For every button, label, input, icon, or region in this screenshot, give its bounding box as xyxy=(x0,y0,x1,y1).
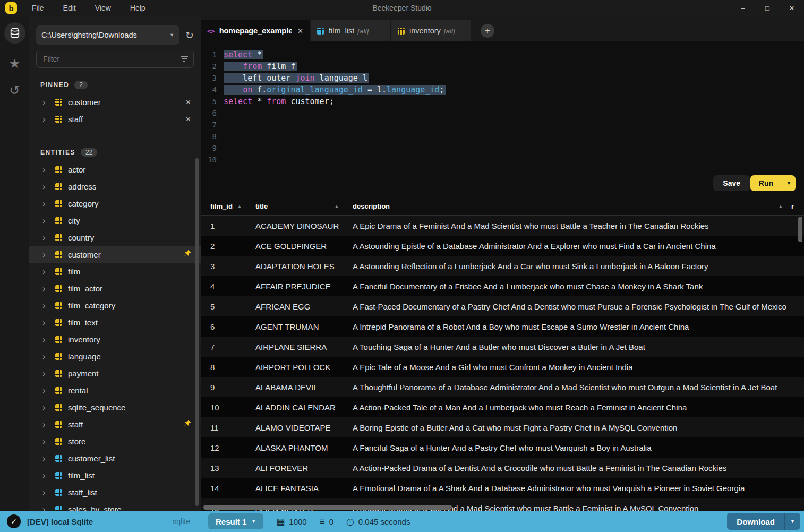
favorites-star-icon[interactable]: ★ xyxy=(9,57,21,70)
chevron-right-icon[interactable]: › xyxy=(42,233,51,242)
menu-item-edit[interactable]: Edit xyxy=(63,4,76,12)
column-header-title[interactable]: title▲ xyxy=(255,202,353,210)
chevron-right-icon[interactable]: › xyxy=(42,420,51,429)
menu-item-view[interactable]: View xyxy=(95,4,111,12)
sidebar-item-country[interactable]: ›country xyxy=(29,229,201,246)
sidebar-item-film_category[interactable]: ›film_category xyxy=(29,297,201,314)
chevron-right-icon[interactable]: › xyxy=(42,437,51,446)
sidebar-item-customer_list[interactable]: ›customer_list xyxy=(29,450,201,467)
sort-asc-icon: ▲ xyxy=(237,204,242,209)
pin-icon[interactable] xyxy=(183,250,191,260)
chevron-right-icon[interactable]: › xyxy=(42,386,51,395)
chevron-right-icon[interactable]: › xyxy=(42,267,51,276)
chevron-right-icon[interactable]: › xyxy=(42,352,51,361)
tab-homepage_example[interactable]: <>homepage_example✕ xyxy=(201,20,310,41)
chevron-right-icon[interactable]: › xyxy=(42,182,51,191)
table-row[interactable]: 14ALICE FANTASIAA Emotional Drama of a A… xyxy=(201,478,804,498)
chevron-right-icon[interactable]: › xyxy=(42,199,51,208)
sidebar-item-language[interactable]: ›language xyxy=(29,348,201,365)
chevron-right-icon[interactable]: › xyxy=(42,335,51,344)
results-horizontal-scrollbar[interactable] xyxy=(203,505,452,510)
results-vertical-scrollbar[interactable] xyxy=(798,217,802,242)
filter-input[interactable] xyxy=(36,50,194,68)
close-icon[interactable]: ✕ xyxy=(780,0,804,16)
chevron-right-icon[interactable]: › xyxy=(42,284,51,293)
chevron-right-icon[interactable]: › xyxy=(42,165,51,174)
chevron-right-icon[interactable]: › xyxy=(42,115,51,124)
sql-editor[interactable]: 1select *2 from film f3 left outer join … xyxy=(201,41,804,198)
sidebar-item-sqlite_sequence[interactable]: ›sqlite_sequence xyxy=(29,399,201,416)
tab-film_list[interactable]: film_list[all] xyxy=(311,20,390,41)
unpin-close-icon[interactable]: ✕ xyxy=(185,115,191,123)
table-icon xyxy=(55,353,62,360)
chevron-right-icon[interactable]: › xyxy=(42,318,51,327)
chevron-right-icon[interactable]: › xyxy=(42,488,51,497)
chevron-right-icon[interactable]: › xyxy=(42,471,51,480)
sidebar-item-staff[interactable]: ›staff xyxy=(29,416,201,433)
close-tab-icon[interactable]: ✕ xyxy=(292,27,303,35)
database-icon[interactable] xyxy=(4,22,25,44)
chevron-right-icon[interactable]: › xyxy=(42,505,51,511)
save-button[interactable]: Save xyxy=(713,175,750,191)
table-row[interactable]: 10ALADDIN CALENDARA Action-Packed Tale o… xyxy=(201,397,804,417)
sidebar-item-rental[interactable]: ›rental xyxy=(29,382,201,399)
unpin-close-icon[interactable]: ✕ xyxy=(185,98,191,106)
sidebar-item-film_text[interactable]: ›film_text xyxy=(29,314,201,331)
sidebar-item-address[interactable]: ›address xyxy=(29,178,201,195)
table-row[interactable]: 5AFRICAN EGGA Fast-Paced Documentary of … xyxy=(201,296,804,316)
line-number: 8 xyxy=(201,132,217,141)
history-icon[interactable]: ↺ xyxy=(9,84,20,97)
table-row[interactable]: 9ALABAMA DEVILA Thoughtful Panorama of a… xyxy=(201,377,804,397)
column-header-film-id[interactable]: film_id▲ xyxy=(210,202,255,210)
sidebar-item-payment[interactable]: ›payment xyxy=(29,365,201,382)
table-row[interactable]: 12ALASKA PHANTOMA Fanciful Saga of a Hun… xyxy=(201,437,804,458)
sidebar-item-film_actor[interactable]: ›film_actor xyxy=(29,280,201,297)
menu-item-help[interactable]: Help xyxy=(130,4,146,12)
sidebar-item-film[interactable]: ›film xyxy=(29,263,201,280)
table-row[interactable]: 13ALI FOREVERA Action-Packed Drama of a … xyxy=(201,458,804,478)
run-button[interactable]: Run ▼ xyxy=(750,175,796,191)
table-row[interactable]: 2ACE GOLDFINGERA Astounding Epistle of a… xyxy=(201,236,804,256)
chevron-right-icon[interactable]: › xyxy=(42,454,51,463)
chevron-right-icon[interactable]: › xyxy=(42,98,51,107)
table-row[interactable]: 3ADAPTATION HOLESA Astounding Reflection… xyxy=(201,256,804,276)
table-row[interactable]: 6AGENT TRUMANA Intrepid Panorama of a Ro… xyxy=(201,316,804,337)
sidebar-item-store[interactable]: ›store xyxy=(29,433,201,450)
chevron-right-icon[interactable]: › xyxy=(42,403,51,412)
tab-inventory[interactable]: inventory[all] xyxy=(391,20,471,41)
maximize-icon[interactable]: □ xyxy=(755,0,780,16)
connection-select[interactable]: C:\Users\ghstng\Downloads ▼ xyxy=(36,25,179,45)
table-row[interactable]: 1ACADEMY DINOSAURA Epic Drama of a Femin… xyxy=(201,216,804,236)
download-button[interactable]: Download ▼ xyxy=(727,513,800,530)
sidebar-item-actor[interactable]: ›actor xyxy=(29,161,201,178)
sidebar-item-customer[interactable]: ›customer✕ xyxy=(29,93,201,110)
table-row[interactable]: 11ALAMO VIDEOTAPEA Boring Epistle of a B… xyxy=(201,417,804,437)
column-header-partial[interactable]: r xyxy=(791,202,804,210)
chevron-right-icon[interactable]: › xyxy=(42,216,51,225)
table-row[interactable]: 8AIRPORT POLLOCKA Epic Tale of a Moose A… xyxy=(201,357,804,377)
table-row[interactable]: 4AFFAIR PREJUDICEA Fanciful Documentary … xyxy=(201,276,804,296)
sidebar-item-sales_by_store[interactable]: ›sales_by_store xyxy=(29,501,201,511)
sidebar-item-inventory[interactable]: ›inventory xyxy=(29,331,201,348)
result-selector[interactable]: Result 1 ▼ xyxy=(208,513,263,529)
chevron-right-icon[interactable]: › xyxy=(42,369,51,378)
menu-item-file[interactable]: File xyxy=(32,4,44,12)
refresh-icon[interactable]: ↻ xyxy=(184,29,195,41)
sidebar-item-city[interactable]: ›city xyxy=(29,212,201,229)
minimize-icon[interactable]: – xyxy=(731,0,755,16)
sidebar-item-staff[interactable]: ›staff✕ xyxy=(29,110,201,127)
sidebar-item-staff_list[interactable]: ›staff_list xyxy=(29,484,201,501)
sidebar-item-film_list[interactable]: ›film_list xyxy=(29,467,201,484)
sidebar-scrollbar[interactable] xyxy=(195,158,199,506)
table-row[interactable]: 7AIRPLANE SIERRAA Touching Saga of a Hun… xyxy=(201,337,804,357)
pin-icon[interactable] xyxy=(183,419,191,430)
chevron-right-icon[interactable]: › xyxy=(42,301,51,310)
new-tab-button[interactable]: + xyxy=(481,24,494,38)
sidebar-item-customer[interactable]: ›customer xyxy=(29,246,201,263)
run-dropdown-icon[interactable]: ▼ xyxy=(782,175,796,191)
download-dropdown-icon[interactable]: ▼ xyxy=(784,513,800,530)
sidebar-item-category[interactable]: ›category xyxy=(29,195,201,212)
chevron-right-icon[interactable]: › xyxy=(42,250,51,259)
column-header-description[interactable]: description▲ xyxy=(353,202,791,210)
window-controls: – □ ✕ xyxy=(731,0,804,16)
